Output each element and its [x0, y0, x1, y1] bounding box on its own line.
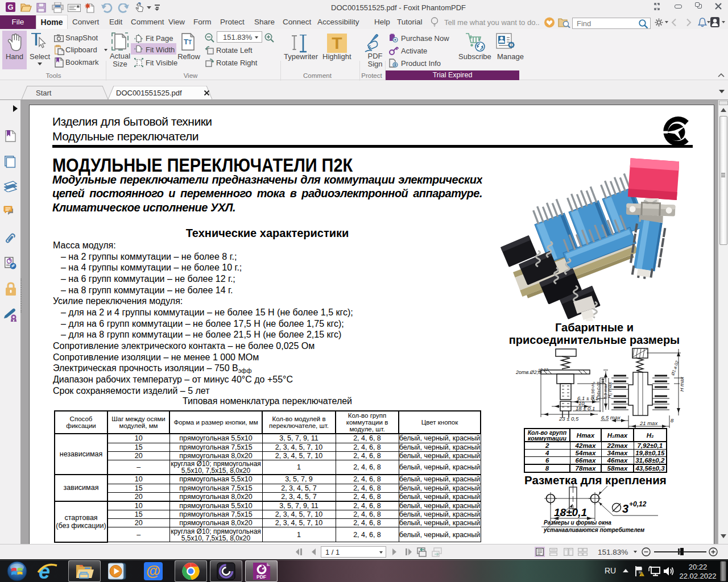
svg-text:+0,12: +0,12: [629, 500, 647, 508]
svg-text:T: T: [184, 38, 188, 46]
svg-text:18 ± 0,1: 18 ± 0,1: [576, 405, 595, 411]
svg-text:+0,12: +0,12: [538, 368, 548, 372]
svg-text:5,9 max: 5,9 max: [603, 384, 608, 399]
svg-text:устанавливаются потребителем: устанавливаются потребителем: [543, 527, 645, 533]
svg-text:3: 3: [622, 502, 628, 515]
svg-text:3,96±0,05: 3,96±0,05: [596, 381, 601, 401]
svg-text:Размеры и формы окна: Размеры и формы окна: [544, 519, 611, 526]
svg-text:n.x3,96=H₃: n.x3,96=H₃: [590, 382, 595, 403]
svg-text:T: T: [188, 39, 192, 45]
svg-text:PDF: PDF: [257, 574, 266, 580]
svg-text:2отв.Ø2,8: 2отв.Ø2,8: [515, 369, 541, 375]
svg-text:21 max: 21 max: [639, 420, 658, 426]
svg-text:23 ± 0,5: 23 ± 0,5: [559, 415, 579, 422]
svg-text:8: 8: [671, 417, 674, 423]
svg-text:6,5 max: 6,5 max: [601, 414, 621, 421]
svg-text:18±0,1: 18±0,1: [554, 506, 587, 518]
svg-text:H max: H max: [679, 376, 685, 392]
